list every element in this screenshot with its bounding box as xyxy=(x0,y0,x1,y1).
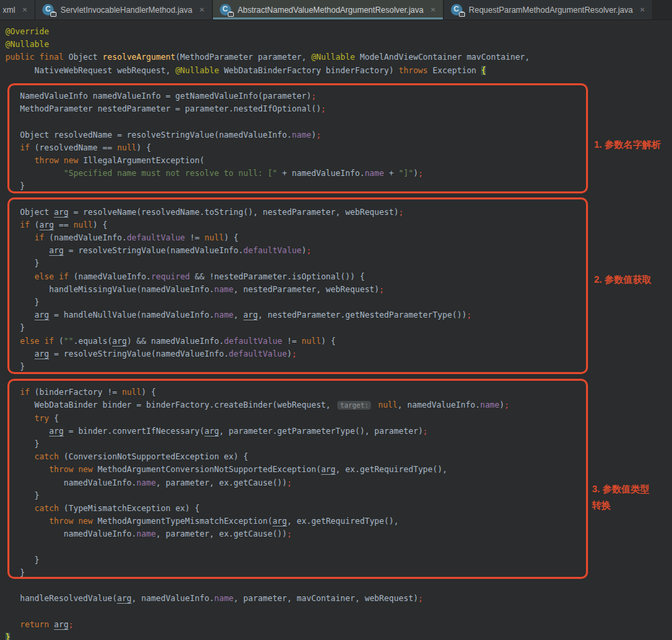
code-line: else if ("".equals(arg) && namedValueInf… xyxy=(5,335,672,348)
code-line: if (arg == null) { xyxy=(5,219,672,232)
code-line: if (resolvedName == null) { xyxy=(5,142,672,154)
code-line: } xyxy=(5,631,672,640)
tab-request-param-method-argument-resolver[interactable]: C RequestParamMethodArgumentResolver.jav… xyxy=(444,0,653,19)
annotation-label-1: 1. 参数名字解析 xyxy=(594,136,671,152)
code-line: throw new MethodArgumentConversionNotSup… xyxy=(5,463,672,476)
code-line: } xyxy=(5,567,672,580)
code-line: return arg; xyxy=(5,619,672,631)
code-line: namedValueInfo.name, parameter, ex.getCa… xyxy=(5,528,672,541)
code-line: } xyxy=(5,257,672,270)
code-line: } xyxy=(5,296,672,309)
code-line xyxy=(5,605,672,618)
code-line: Object resolvedName = resolveStringValue… xyxy=(5,129,672,142)
lock-icon xyxy=(459,11,464,17)
code-line xyxy=(5,373,672,386)
code-line: } xyxy=(5,322,672,334)
code-line: throw new MethodArgumentTypeMismatchExce… xyxy=(5,515,672,528)
code-line: Object arg = resolveName(resolvedName.to… xyxy=(5,206,672,219)
close-icon[interactable]: ✕ xyxy=(22,7,28,13)
code-line: catch (ConversionNotSupportedException e… xyxy=(5,451,672,463)
tab-servlet-invocable-handler-method[interactable]: C ServletInvocableHandlerMethod.java ✕ xyxy=(36,0,212,19)
close-icon[interactable]: ✕ xyxy=(640,7,645,13)
code-line: namedValueInfo.name, parameter, ex.getCa… xyxy=(5,477,672,490)
code-line: arg = resolveStringValue(namedValueInfo.… xyxy=(5,244,672,257)
java-class-icon: C xyxy=(42,4,54,15)
tabbar-filler xyxy=(653,0,672,19)
code-line: throw new IllegalArgumentException( xyxy=(5,154,672,167)
code-line: if (namedValueInfo.defaultValue != null)… xyxy=(5,232,672,244)
code-line: arg = handleNullValue(namedValueInfo.nam… xyxy=(5,309,672,322)
annotation-label-2: 2. 参数值获取 xyxy=(594,271,671,287)
code-line: catch (TypeMismatchException ex) { xyxy=(5,502,672,515)
code-line: NamedValueInfo namedValueInfo = getNamed… xyxy=(5,90,672,103)
code-line: else if (namedValueInfo.required && !nes… xyxy=(5,271,672,283)
code-line xyxy=(5,580,672,592)
close-icon[interactable]: ✕ xyxy=(430,7,435,13)
code-line: } xyxy=(5,180,672,193)
java-class-icon: C xyxy=(451,4,462,15)
code-line: if (binderFactory != null) { xyxy=(5,386,672,399)
code-line xyxy=(5,193,672,205)
java-class-icon: C xyxy=(220,4,231,15)
code-line: MethodParameter nestedParameter = parame… xyxy=(5,103,672,116)
lock-icon xyxy=(228,11,233,17)
editor-tab-bar: xml ✕ C ServletInvocableHandlerMethod.ja… xyxy=(0,0,672,20)
code-line: @Override xyxy=(5,26,672,38)
code-line: } xyxy=(5,438,672,451)
tab-abstract-named-value-method-argument-resolver[interactable]: C AbstractNamedValueMethodArgumentResolv… xyxy=(213,0,443,19)
annotation-label-3: 3. 参数值类型 转换 xyxy=(592,481,669,513)
code-line: } xyxy=(5,490,672,502)
code-line: @Nullable xyxy=(5,38,672,51)
code-line: WebDataBinder binder = binderFactory.cre… xyxy=(5,399,672,412)
code-line: } xyxy=(5,554,672,567)
ide-window: xml ✕ C ServletInvocableHandlerMethod.ja… xyxy=(0,0,672,640)
code-line: } xyxy=(5,361,672,373)
tab-label: ServletInvocableHandlerMethod.java xyxy=(60,5,192,15)
tab-label: RequestParamMethodArgumentResolver.java xyxy=(469,5,633,15)
lock-icon xyxy=(50,11,55,17)
code-line xyxy=(5,77,672,90)
code-line: handleMissingValue(namedValueInfo.name, … xyxy=(5,283,672,296)
code-line xyxy=(5,541,672,554)
code-line: arg = resolveStringValue(namedValueInfo.… xyxy=(5,348,672,361)
code-line: NativeWebRequest webRequest, @Nullable W… xyxy=(5,64,672,77)
code-editor[interactable]: @Override@Nullablepublic final Object re… xyxy=(5,26,672,640)
tab-xml[interactable]: xml ✕ xyxy=(0,0,34,19)
tab-label: AbstractNamedValueMethodArgumentResolver… xyxy=(238,5,424,15)
active-tab-underline xyxy=(213,17,443,19)
code-line xyxy=(5,116,672,128)
code-line: arg = binder.convertIfNecessary(arg, par… xyxy=(5,425,672,438)
close-icon[interactable]: ✕ xyxy=(199,7,204,13)
code-line: "Specified name must not resolve to null… xyxy=(5,167,672,180)
code-line: handleResolvedValue(arg, namedValueInfo.… xyxy=(5,592,672,605)
code-line: try { xyxy=(5,412,672,425)
tab-label: xml xyxy=(3,5,15,15)
code-line: public final Object resolveArgument(Meth… xyxy=(5,51,672,64)
